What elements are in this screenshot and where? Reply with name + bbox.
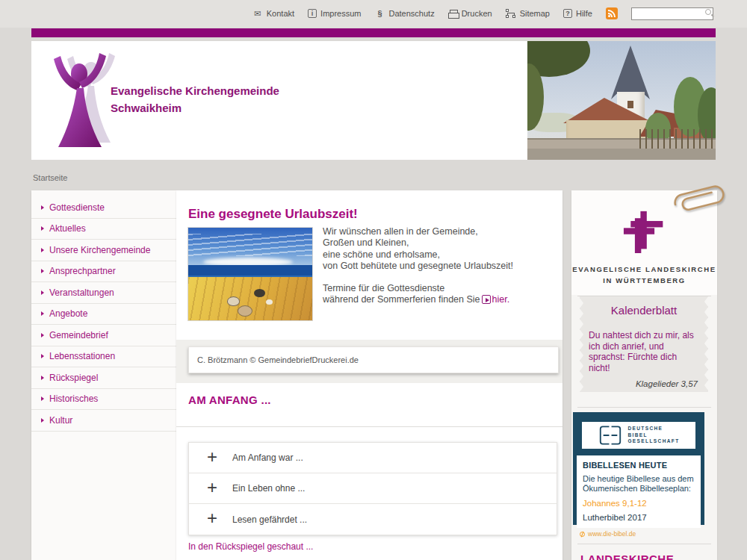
triangle-bullet-icon — [41, 290, 44, 295]
sidebar-item-label: Unsere Kirchengemeinde — [49, 245, 150, 255]
triangle-bullet-icon — [41, 226, 44, 231]
link-sitemap[interactable]: Sitemap — [506, 9, 550, 18]
link-datenschutz-label: Datenschutz — [389, 9, 435, 18]
sidebar-item-unsere-kirchengemeinde[interactable]: Unsere Kirchengemeinde — [31, 240, 177, 261]
globe-icon — [580, 532, 585, 537]
search-input[interactable] — [631, 7, 713, 20]
site-title-line2: Schwaikheim — [111, 99, 279, 116]
landeskirche-logo-text: Evangelische Landeskirche In Württemberg — [571, 264, 717, 286]
help-icon: ? — [563, 9, 572, 18]
sidebar-item-aktuelles[interactable]: Aktuelles — [31, 219, 177, 240]
top-utility-bar: ✉ Kontakt i Impressum § Datenschutz Druc… — [0, 0, 747, 27]
image-caption: C. Brötzmann © GemeindebriefDruckerei.de — [188, 346, 559, 373]
sitemap-icon — [506, 9, 516, 18]
sidebar-item-label: Ansprechpartner — [49, 266, 116, 276]
article-line: während der Sommerferien finden Siehier. — [323, 294, 547, 305]
plus-icon: + — [207, 447, 232, 467]
sidebar-item-label: Veranstaltungen — [49, 287, 114, 298]
bibel-widget[interactable]: DEUTSCHE BIBEL GESELLSCHAFT BIBELLESEN H… — [573, 412, 704, 525]
play-arrow-icon[interactable] — [482, 295, 491, 304]
landeskirche-line2: In Württemberg — [571, 275, 717, 286]
search-box — [631, 7, 713, 21]
rueckspiegel-link[interactable]: In den Rückspiegel geschaut ... — [188, 541, 313, 552]
sidebar-item-label: Kultur — [49, 415, 72, 426]
plus-icon: + — [207, 508, 232, 529]
link-impressum-label: Impressum — [320, 9, 361, 18]
breadcrumb: Startseite — [33, 173, 67, 182]
section-divider — [176, 426, 562, 427]
kalenderblatt-quote: Du nahtest dich zu mir, als ich dich anr… — [589, 330, 699, 373]
article-line: Termine für die Gottesdienste — [323, 283, 547, 294]
sidebar-item-veranstaltungen[interactable]: Veranstaltungen — [31, 282, 177, 304]
triangle-bullet-icon — [41, 333, 44, 337]
sidebar-item-gemeindebrief[interactable]: Gemeindebrief — [31, 325, 177, 346]
sidebar-nav: Gottesdienste Aktuelles Unsere Kirchenge… — [31, 190, 177, 560]
link-hilfe[interactable]: ? Hilfe — [563, 9, 592, 18]
sidebar-item-rueckspiegel[interactable]: Rückspiegel — [31, 367, 177, 389]
triangle-bullet-icon — [41, 205, 44, 210]
page: ✉ Kontakt i Impressum § Datenschutz Druc… — [0, 0, 747, 560]
rss-icon[interactable] — [606, 7, 618, 19]
accordion-item-lesen[interactable]: + Lesen gefährdet ... — [189, 504, 557, 535]
kalenderblatt-source: Klagelieder 3,57 — [580, 379, 698, 388]
accordion-item-am-anfang[interactable]: + Am Anfang war ... — [189, 443, 557, 473]
triangle-bullet-icon — [41, 269, 44, 273]
printer-icon — [448, 10, 458, 18]
link-drucken-label: Drucken — [462, 9, 492, 18]
link-impressum[interactable]: i Impressum — [308, 9, 361, 18]
sidebar-item-label: Angebote — [49, 308, 87, 319]
sidebar-item-kultur[interactable]: Kultur — [31, 410, 177, 432]
beach-painting-image — [188, 228, 312, 320]
sidebar-item-angebote[interactable]: Angebote — [31, 304, 177, 326]
section-title: AM ANFANG ... — [188, 393, 271, 406]
article-line: eine schöne und erholsame, — [323, 249, 547, 261]
dbg-logo: DEUTSCHE BIBEL GESELLSCHAFT — [582, 422, 695, 449]
bibel-edition: Lutherbibel 2017 — [583, 513, 695, 522]
triangle-bullet-icon — [41, 354, 44, 358]
accordion-label: Ein Leben ohne ... — [232, 483, 305, 494]
sidebar-item-ansprechpartner[interactable]: Ansprechpartner — [31, 261, 177, 283]
link-datenschutz[interactable]: § Datenschutz — [375, 9, 435, 18]
accordion-item-ein-leben[interactable]: + Ein Leben ohne ... — [189, 473, 557, 504]
search-icon[interactable] — [705, 9, 711, 15]
kalenderblatt-card: Kalenderblatt Du nahtest dich zu mir, al… — [580, 296, 708, 392]
sidebar-item-gottesdienste[interactable]: Gottesdienste — [31, 197, 177, 219]
landeskirche-heading: LANDESKIRCHE — [580, 553, 674, 560]
bibel-url-bar[interactable]: www.die-bibel.de — [577, 528, 701, 540]
landeskirche-line1: Evangelische Landeskirche — [571, 264, 717, 275]
dbg-logo-text: DEUTSCHE BIBEL GESELLSCHAFT — [627, 426, 679, 445]
accordion-label: Lesen gefährdet ... — [232, 514, 307, 525]
article-line: von Gott behütete und gesegnete Urlaubsz… — [323, 261, 547, 272]
sidebar-item-lebensstationen[interactable]: Lebensstationen — [31, 346, 177, 368]
paragraph-icon: § — [375, 9, 385, 18]
link-hilfe-label: Hilfe — [576, 9, 592, 18]
bible-book-icon — [598, 425, 623, 446]
divider — [577, 407, 711, 408]
bibel-reference-link[interactable]: Johannes 9,1-12 — [583, 499, 695, 508]
accent-bar — [31, 28, 716, 37]
link-kontakt-label: Kontakt — [267, 9, 294, 18]
sidebar-item-label: Aktuelles — [49, 223, 86, 234]
link-kontakt[interactable]: ✉ Kontakt — [252, 9, 294, 18]
article-line: Großen und Kleinen, — [323, 237, 547, 249]
triangle-bullet-icon — [41, 418, 44, 423]
sidebar-item-label: Gemeindebrief — [49, 330, 108, 340]
info-icon: i — [308, 9, 317, 18]
wuerttemberg-cross-icon — [623, 210, 666, 253]
hier-link[interactable]: hier. — [492, 294, 510, 305]
article-title: Eine gesegnete Urlaubszeit! — [188, 207, 358, 222]
sidebar-item-label: Gottesdienste — [49, 202, 105, 213]
divider — [577, 296, 711, 296]
sidebar-item-label: Lebensstationen — [49, 351, 115, 361]
link-drucken[interactable]: Drucken — [448, 9, 492, 18]
site-title-line1: Evangelische Kirchengemeinde — [111, 82, 279, 99]
triangle-bullet-icon — [41, 376, 44, 380]
header: Evangelische Kirchengemeinde Schwaikheim — [31, 41, 716, 160]
bibel-body: BIBELLESEN HEUTE Die heutige Bibellese a… — [577, 455, 701, 528]
accordion-label: Am Anfang war ... — [232, 452, 303, 463]
sidebar-item-historisches[interactable]: Historisches — [31, 389, 177, 411]
bibel-heading: BIBELLESEN HEUTE — [583, 461, 695, 470]
kalenderblatt-title: Kalenderblatt — [580, 304, 708, 317]
triangle-bullet-icon — [41, 396, 44, 401]
article-line: Wir wünschen allen in der Gemeinde, — [323, 226, 547, 237]
